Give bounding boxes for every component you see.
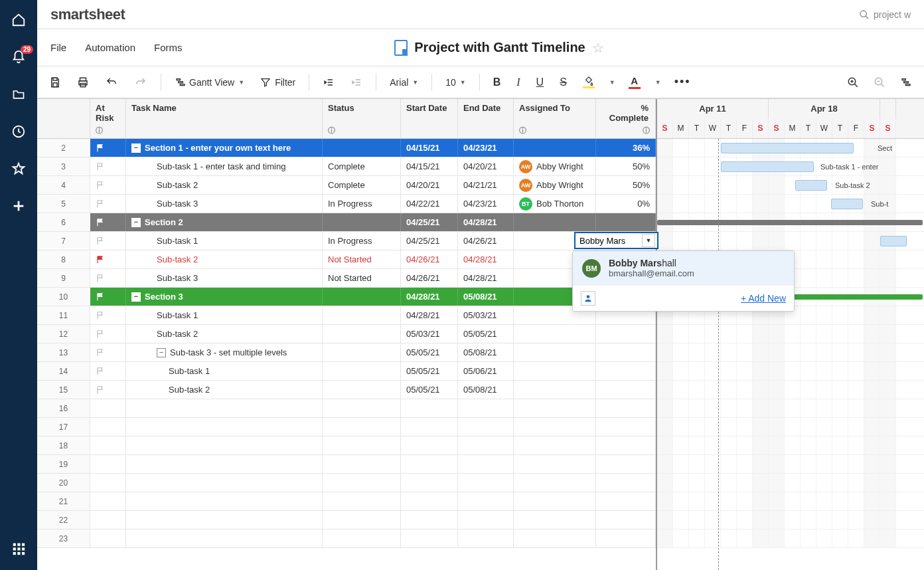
assigned-editor[interactable]: ▼ (574, 232, 658, 249)
cell-start[interactable]: 04/25/21 (401, 232, 458, 250)
table-row[interactable]: 11Sub-task 104/28/2105/03/21 (37, 306, 656, 325)
zoom-out-icon[interactable] (871, 74, 888, 91)
flag-icon[interactable] (96, 218, 105, 227)
cell-atrisk[interactable] (90, 492, 126, 510)
table-row[interactable]: 23 (37, 529, 656, 548)
cell-end[interactable]: 04/28/21 (458, 269, 514, 287)
row-number[interactable]: 3 (37, 157, 90, 175)
home-icon[interactable] (11, 12, 27, 28)
cell-end[interactable] (458, 511, 514, 529)
cell-assigned[interactable] (514, 399, 596, 417)
collapse-icon[interactable]: − (131, 218, 141, 227)
cell-start[interactable]: 04/28/21 (401, 288, 458, 306)
cell-end[interactable] (458, 418, 514, 436)
filter-button[interactable]: Filter (258, 74, 298, 90)
row-number[interactable]: 17 (37, 418, 90, 436)
cell-end[interactable]: 04/23/21 (458, 195, 514, 213)
cell-atrisk[interactable] (90, 455, 126, 473)
favorites-icon[interactable] (11, 161, 27, 177)
cell-task[interactable]: Sub-task 2 (126, 176, 323, 194)
cell-status[interactable] (323, 362, 401, 380)
gantt-bar[interactable] (657, 220, 923, 225)
cell-end[interactable] (458, 436, 514, 454)
cell-status[interactable] (323, 455, 401, 473)
cell-end[interactable]: 05/05/21 (458, 325, 514, 343)
collapse-icon[interactable]: − (131, 143, 141, 153)
cell-start[interactable]: 04/28/21 (401, 306, 458, 324)
cell-start[interactable]: 05/05/21 (401, 343, 458, 361)
view-switcher[interactable]: Gantt View▼ (172, 74, 247, 90)
cell-pct[interactable] (596, 325, 656, 343)
cell-status[interactable] (323, 511, 401, 529)
flag-icon[interactable] (96, 274, 105, 283)
table-row[interactable]: 2−Section 1 - enter your own text here04… (37, 139, 656, 157)
row-number[interactable]: 14 (37, 362, 90, 380)
font-size-select[interactable]: 10▼ (443, 74, 469, 90)
cell-start[interactable] (401, 436, 458, 454)
cell-end[interactable] (458, 474, 514, 492)
cell-atrisk[interactable] (90, 381, 126, 399)
cell-end[interactable]: 04/28/21 (458, 250, 514, 268)
table-row[interactable]: 16 (37, 399, 656, 418)
cell-task[interactable]: Sub-task 3 (126, 269, 323, 287)
cell-end[interactable]: 04/21/21 (458, 176, 514, 194)
cell-end[interactable]: 05/08/21 (458, 288, 514, 306)
cell-pct[interactable] (596, 343, 656, 361)
assigned-input[interactable] (576, 236, 642, 246)
cell-assigned[interactable] (514, 139, 596, 157)
text-color-icon[interactable]: A (626, 72, 643, 92)
cell-status[interactable] (323, 325, 401, 343)
gantt-bar[interactable] (721, 161, 814, 172)
cell-start[interactable]: 04/15/21 (401, 157, 458, 175)
apps-icon[interactable] (11, 541, 27, 557)
global-search[interactable]: project w (859, 9, 911, 20)
flag-icon[interactable] (96, 367, 105, 376)
row-number[interactable]: 13 (37, 343, 90, 361)
cell-task[interactable] (126, 474, 323, 492)
cell-assigned[interactable] (514, 529, 596, 547)
table-row[interactable]: 6−Section 204/25/2104/28/21 (37, 213, 656, 232)
row-number[interactable]: 22 (37, 511, 90, 529)
table-row[interactable]: 21 (37, 492, 656, 511)
flag-icon[interactable] (96, 162, 105, 171)
cell-start[interactable]: 04/22/21 (401, 195, 458, 213)
cell-atrisk[interactable] (90, 362, 126, 380)
cell-atrisk[interactable] (90, 474, 126, 492)
favorite-star-icon[interactable]: ☆ (592, 40, 604, 56)
gantt-bar[interactable] (880, 236, 907, 246)
cell-atrisk[interactable] (90, 139, 126, 157)
cell-status[interactable] (323, 492, 401, 510)
cell-task[interactable] (126, 492, 323, 510)
cell-start[interactable]: 04/20/21 (401, 176, 458, 194)
cell-pct[interactable] (596, 492, 656, 510)
outdent-icon[interactable] (320, 74, 337, 90)
folder-icon[interactable] (11, 86, 27, 102)
cell-pct[interactable] (596, 381, 656, 399)
table-row[interactable]: 5Sub-task 3In Progress04/22/2104/23/21BT… (37, 195, 656, 213)
table-row[interactable]: 3Sub-task 1 - enter task and timingCompl… (37, 157, 656, 176)
cell-atrisk[interactable] (90, 343, 126, 361)
cell-task[interactable]: −Section 3 (126, 288, 323, 306)
cell-status[interactable] (323, 474, 401, 492)
cell-end[interactable]: 04/28/21 (458, 213, 514, 231)
dropdown-toggle-icon[interactable]: ▼ (642, 234, 655, 247)
table-row[interactable]: 20 (37, 474, 656, 492)
row-number[interactable]: 23 (37, 529, 90, 547)
cell-start[interactable]: 04/26/21 (401, 250, 458, 268)
cell-task[interactable]: −Section 1 - enter your own text here (126, 139, 323, 157)
cell-end[interactable] (458, 492, 514, 510)
cell-start[interactable] (401, 511, 458, 529)
cell-status[interactable] (323, 139, 401, 157)
cell-task[interactable]: Sub-task 2 (126, 250, 323, 268)
cell-end[interactable] (458, 399, 514, 417)
row-number[interactable]: 7 (37, 232, 90, 250)
strikethrough-icon[interactable]: S (557, 74, 570, 91)
cell-task[interactable] (126, 455, 323, 473)
col-start[interactable]: Start Date (406, 103, 452, 113)
collapse-icon[interactable]: − (157, 348, 166, 357)
cell-assigned[interactable] (514, 362, 596, 380)
cell-atrisk[interactable] (90, 529, 126, 547)
cell-atrisk[interactable] (90, 325, 126, 343)
cell-status[interactable]: In Progress (323, 232, 401, 250)
cell-atrisk[interactable] (90, 288, 126, 306)
